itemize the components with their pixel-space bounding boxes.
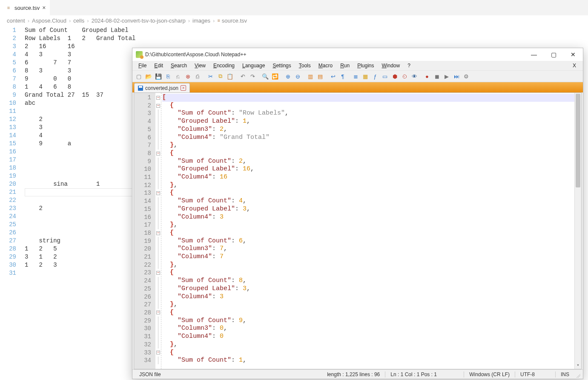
fold-marker[interactable]: − — [155, 348, 161, 357]
fold-toggle[interactable]: − — [156, 271, 160, 275]
code-line[interactable] — [25, 213, 135, 221]
code-line[interactable]: "Sum of Count": 1, — [162, 357, 574, 365]
code-line[interactable]: { — [162, 269, 574, 277]
fold-toggle[interactable]: − — [156, 351, 160, 354]
vscode-tab-source[interactable]: ≡ source.tsv × — [0, 0, 50, 15]
code-line[interactable]: "Column4": 16 — [162, 173, 574, 181]
minimize-button[interactable]: — — [524, 48, 544, 61]
code-line[interactable]: { — [162, 229, 574, 237]
fold-marker[interactable]: − — [155, 150, 161, 158]
code-line[interactable]: }, — [162, 341, 574, 349]
fold-toggle[interactable]: − — [156, 152, 160, 155]
fold-marker[interactable]: − — [155, 269, 161, 277]
code-line[interactable]: }, — [162, 261, 574, 269]
code-line[interactable]: [ — [162, 94, 574, 102]
fold-toggle[interactable]: − — [156, 231, 160, 235]
menu-item-file[interactable]: File — [135, 62, 150, 69]
indent-guide-icon[interactable]: ≣ — [351, 72, 360, 81]
code-line[interactable] — [25, 229, 135, 237]
menu-item-search[interactable]: Search — [167, 62, 190, 69]
code-line[interactable]: "Sum of Count": 6, — [162, 237, 574, 245]
code-line[interactable]: 1 2 5 — [25, 245, 135, 253]
monitor-eye-icon[interactable]: 👁 — [410, 72, 419, 81]
fold-margin[interactable]: −−−−−−−− — [155, 93, 161, 369]
close-button[interactable]: ✕ — [563, 48, 583, 61]
redo-icon[interactable]: ↷ — [248, 72, 257, 81]
code-line[interactable]: 3 1 2 — [25, 253, 135, 261]
breadcrumb-segment[interactable]: cells — [73, 17, 84, 24]
code-line[interactable]: "Grouped Label": 3, — [162, 205, 574, 213]
fold-marker[interactable]: − — [155, 189, 161, 197]
menu-item-macro[interactable]: Macro — [315, 62, 336, 69]
code-line[interactable] — [25, 172, 135, 180]
stop-macro-icon[interactable]: ◼ — [432, 72, 442, 81]
notepadpp-editor[interactable]: 1234567891011121314151617181920212223242… — [134, 92, 582, 369]
code-line[interactable] — [25, 269, 135, 277]
code-line[interactable] — [25, 148, 135, 156]
copy-icon[interactable]: ⧉ — [215, 72, 225, 81]
code-line[interactable] — [25, 107, 135, 115]
save-all-icon[interactable]: ⎘ — [163, 72, 173, 81]
record-timer-icon[interactable]: ⏲ — [400, 72, 409, 81]
code-line[interactable]: "Column3": 0, — [162, 325, 574, 333]
code-line[interactable]: 4 — [25, 132, 135, 140]
fold-toggle[interactable]: − — [156, 311, 160, 314]
code-line[interactable]: 9 a — [25, 140, 135, 148]
scroll-down-icon[interactable]: ▾ — [575, 362, 581, 369]
fold-marker[interactable]: − — [155, 229, 161, 237]
resize-grip[interactable] — [574, 371, 580, 378]
fold-toggle[interactable]: − — [156, 191, 160, 195]
sync-v-icon[interactable]: ▥ — [306, 72, 315, 81]
cut-icon[interactable]: ✂ — [206, 72, 215, 81]
allchars-icon[interactable]: ¶ — [338, 72, 347, 81]
print-icon[interactable]: ⎙ — [193, 72, 202, 81]
menu-item-plugins[interactable]: Plugins — [354, 62, 377, 69]
code-line[interactable]: "Column4": "Grand Total" — [162, 134, 574, 142]
code-line[interactable]: Sum of Count Grouped Label — [25, 26, 135, 35]
code-line[interactable]: "Column4": 0 — [162, 333, 574, 341]
code-line[interactable]: }, — [162, 221, 574, 229]
zoom-in-icon[interactable]: ⊕ — [283, 72, 293, 81]
monitor-icon[interactable]: ⬢ — [390, 72, 399, 81]
fold-marker[interactable]: − — [155, 309, 161, 317]
document-tab-converted[interactable]: converted.json × — [134, 83, 190, 92]
code-line[interactable]: 1 4 6 8 — [25, 83, 135, 91]
close-all-icon[interactable]: ⊗ — [183, 72, 192, 81]
code-line[interactable]: 2 16 16 — [25, 43, 135, 51]
menu-item-settings[interactable]: Settings — [269, 62, 294, 69]
code-line[interactable]: { — [162, 189, 574, 197]
code-line[interactable]: "Grouped Label": 1, — [162, 118, 574, 126]
code-area[interactable]: [ { "Sum of Count": "Row Labels", "Group… — [161, 93, 574, 369]
breadcrumb-segment[interactable]: source.tsv — [222, 17, 247, 24]
fold-toggle[interactable]: − — [156, 96, 160, 100]
new-file-icon[interactable]: ▢ — [134, 72, 143, 81]
folder-icon[interactable]: ▦ — [361, 72, 370, 81]
code-line[interactable]: 2 — [25, 204, 135, 213]
code-line[interactable]: "Sum of Count": 9, — [162, 317, 574, 325]
open-file-icon[interactable]: 📂 — [144, 72, 153, 81]
maximize-button[interactable]: ▢ — [544, 48, 563, 61]
code-line[interactable]: Grand Total 27 15 37 — [25, 91, 135, 99]
code-line[interactable]: "Sum of Count": "Row Labels", — [162, 109, 574, 118]
close-icon[interactable]: × — [42, 4, 46, 11]
fold-marker[interactable]: − — [155, 102, 161, 110]
code-line[interactable] — [25, 156, 135, 164]
breadcrumb-segment[interactable]: Aspose.Cloud — [32, 17, 66, 24]
code-line[interactable] — [25, 221, 135, 229]
play-multi-icon[interactable]: ⏭ — [452, 72, 461, 81]
func-list-icon[interactable]: ƒ — [370, 72, 380, 81]
code-line[interactable]: { — [162, 349, 574, 357]
code-line[interactable]: Row Labels 1 2 Grand Total — [25, 35, 135, 43]
menu-item-language[interactable]: Language — [239, 62, 268, 69]
menu-item-encoding[interactable]: Encoding — [210, 62, 238, 69]
code-line[interactable]: }, — [162, 181, 574, 190]
code-line[interactable]: "Sum of Count": 2, — [162, 158, 574, 166]
fold-marker[interactable]: − — [155, 94, 161, 102]
menu-item-?[interactable]: ? — [404, 62, 414, 69]
find-icon[interactable]: 🔍 — [261, 72, 270, 81]
fold-toggle[interactable]: − — [156, 104, 160, 108]
code-line[interactable]: "Sum of Count": 8, — [162, 277, 574, 285]
code-line[interactable]: 6 7 7 — [25, 59, 135, 67]
code-line[interactable]: 4 3 3 — [25, 51, 135, 59]
close-file-icon[interactable]: ⎌ — [173, 72, 183, 81]
